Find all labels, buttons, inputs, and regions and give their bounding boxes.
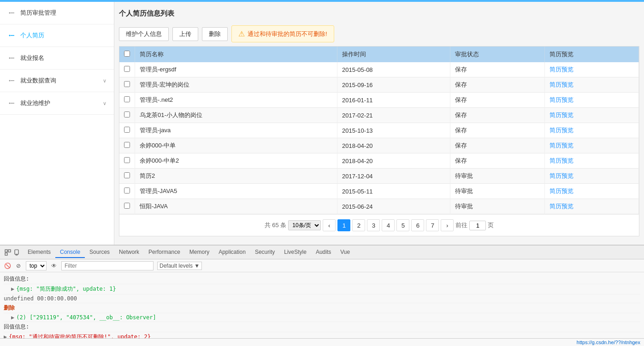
svg-rect-9 xyxy=(16,254,18,255)
row-checkbox-5[interactable] xyxy=(124,142,130,148)
operation-time-9: 2015-06-24 xyxy=(337,199,450,214)
devtools-tab-security[interactable]: Security xyxy=(250,247,279,258)
row-checkbox-1[interactable] xyxy=(124,81,130,87)
preview-cell-0: 简历预览 xyxy=(544,62,638,77)
devtools-tabs: ElementsConsoleSourcesNetworkPerformance… xyxy=(0,246,644,259)
expand-arrow[interactable]: ▶ xyxy=(11,286,14,292)
nav-icon-job-apply xyxy=(7,53,17,63)
warning-icon: ⚠ xyxy=(238,29,245,38)
log-levels-dropdown[interactable]: Default levels ▼ xyxy=(157,262,202,270)
sidebar-item-job-pool[interactable]: 就业池维护 ∨ xyxy=(0,92,114,115)
sidebar-item-resume-manage[interactable]: 简历审批管理 xyxy=(0,2,114,24)
select-all-checkbox[interactable] xyxy=(124,51,130,57)
table-row: 恒阳-JAVA 2015-06-24 待审批 简历预览 xyxy=(119,199,639,214)
page-button-2[interactable]: 2 xyxy=(352,219,365,231)
clear-console-icon[interactable]: 🚫 xyxy=(4,262,11,270)
page-button-6[interactable]: 6 xyxy=(411,219,424,231)
page-button-1[interactable]: 1 xyxy=(337,219,350,231)
devtools-tab-console[interactable]: Console xyxy=(55,247,85,258)
approval-status-6: 保存 xyxy=(450,153,544,169)
operation-time-4: 2015-10-13 xyxy=(337,123,450,138)
devtools-tab-network[interactable]: Network xyxy=(114,247,144,258)
th-name: 简历名称 xyxy=(135,47,337,62)
console-line-5: 回值信息: xyxy=(4,322,640,332)
nav-icon-personal-resume xyxy=(7,31,17,40)
inspect-icon[interactable] xyxy=(4,248,12,257)
row-checkbox-cell xyxy=(119,123,135,138)
page-button-4[interactable]: 4 xyxy=(382,219,395,231)
preview-link-5[interactable]: 简历预览 xyxy=(549,142,573,149)
preview-link-2[interactable]: 简历预览 xyxy=(549,96,573,103)
page-button-5[interactable]: 5 xyxy=(396,219,409,231)
row-checkbox-cell xyxy=(119,199,135,214)
expand-arrow[interactable]: ▶ xyxy=(4,334,7,338)
url-bar: https://g.csdn.he/??/ntnhgex xyxy=(0,338,644,346)
operation-time-1: 2015-09-16 xyxy=(337,77,450,93)
devtools-tab-sources[interactable]: Sources xyxy=(85,247,114,258)
row-checkbox-cell xyxy=(119,153,135,169)
eye-icon[interactable]: 👁 xyxy=(50,262,58,270)
preview-link-4[interactable]: 简历预览 xyxy=(549,127,573,134)
main-area: 简历审批管理 个人简历 就业报名 就业数据查询 ∨ xyxy=(0,2,644,245)
sidebar-item-job-data[interactable]: 就业数据查询 ∨ xyxy=(0,70,114,92)
row-checkbox-7[interactable] xyxy=(124,172,130,178)
row-checkbox-8[interactable] xyxy=(124,188,130,194)
next-page-button[interactable]: › xyxy=(441,219,454,231)
devtools-tab-elements[interactable]: Elements xyxy=(23,247,55,258)
sidebar-item-job-apply[interactable]: 就业报名 xyxy=(0,47,114,70)
preview-link-1[interactable]: 简历预览 xyxy=(549,81,573,88)
page-button-3[interactable]: 3 xyxy=(367,219,380,231)
svg-rect-8 xyxy=(15,250,18,254)
preview-link-0[interactable]: 简历预览 xyxy=(549,66,573,73)
row-checkbox-cell xyxy=(119,108,135,123)
row-checkbox-0[interactable] xyxy=(124,66,130,72)
row-checkbox-cell xyxy=(119,77,135,93)
device-icon[interactable] xyxy=(13,248,21,257)
filter-input[interactable] xyxy=(61,261,154,270)
context-select[interactable]: top xyxy=(26,261,47,270)
table-row: 管理员-宏坤的岗位 2015-09-16 保存 简历预览 xyxy=(119,77,639,93)
devtools-panel: ElementsConsoleSourcesNetworkPerformance… xyxy=(0,245,644,346)
devtools-tab-livestyle[interactable]: LiveStyle xyxy=(279,247,311,258)
nav-icon-job-data xyxy=(7,76,17,85)
expand-arrow[interactable]: ▶ xyxy=(11,314,14,321)
devtools-tab-memory[interactable]: Memory xyxy=(185,247,214,258)
devtools-tab-vue[interactable]: Vue xyxy=(336,247,354,258)
svg-point-1 xyxy=(9,35,11,36)
toolbar: 维护个人信息 上传 删除 ⚠ 通过和待审批的简历不可删除! xyxy=(119,25,639,42)
delete-button[interactable]: 删除 xyxy=(202,27,228,41)
table-row: 简历2 2017-12-04 待审批 简历预览 xyxy=(119,169,639,184)
devtools-tab-application[interactable]: Application xyxy=(214,247,250,258)
goto-input[interactable] xyxy=(469,221,486,230)
svg-point-2 xyxy=(9,58,11,59)
preview-cell-2: 简历预览 xyxy=(544,93,638,108)
row-checkbox-9[interactable] xyxy=(124,203,130,209)
table-header-row: 简历名称 操作时间 审批状态 简历预览 xyxy=(119,47,639,62)
row-checkbox-6[interactable] xyxy=(124,157,130,163)
approval-status-8: 待审批 xyxy=(450,184,544,199)
preview-link-3[interactable]: 简历预览 xyxy=(549,111,573,118)
devtools-tab-performance[interactable]: Performance xyxy=(144,247,185,258)
expand-arrow-job-data: ∨ xyxy=(103,78,106,84)
preview-link-7[interactable]: 简历预览 xyxy=(549,172,573,179)
preview-link-8[interactable]: 简历预览 xyxy=(549,188,573,194)
row-checkbox-3[interactable] xyxy=(124,111,130,117)
sidebar-label-job-data: 就业数据查询 xyxy=(20,76,103,85)
console-line-6: ▶{msg: "通过和待审批的简历不可删除!", update: 2} xyxy=(4,332,640,338)
upload-button[interactable]: 上传 xyxy=(172,27,198,41)
preview-cell-8: 简历预览 xyxy=(544,184,638,199)
row-checkbox-2[interactable] xyxy=(124,96,130,102)
preview-link-9[interactable]: 简历预览 xyxy=(549,203,573,210)
devtools-tab-audits[interactable]: Audits xyxy=(311,247,336,258)
prev-page-button[interactable]: ‹ xyxy=(323,219,336,231)
page-button-7[interactable]: 7 xyxy=(426,219,439,231)
sidebar-label-job-pool: 就业池维护 xyxy=(20,99,103,107)
sidebar-item-personal-resume[interactable]: 个人简历 xyxy=(0,24,114,47)
filter-icon[interactable]: ⊘ xyxy=(15,262,22,270)
resume-name-4: 管理员-java xyxy=(135,123,337,138)
row-checkbox-4[interactable] xyxy=(124,127,130,133)
approval-status-5: 保存 xyxy=(450,138,544,153)
maintain-button[interactable]: 维护个人信息 xyxy=(119,27,169,41)
per-page-select[interactable]: 10条/页 20条/页 50条/页 xyxy=(288,220,321,230)
preview-link-6[interactable]: 简历预览 xyxy=(549,157,573,164)
